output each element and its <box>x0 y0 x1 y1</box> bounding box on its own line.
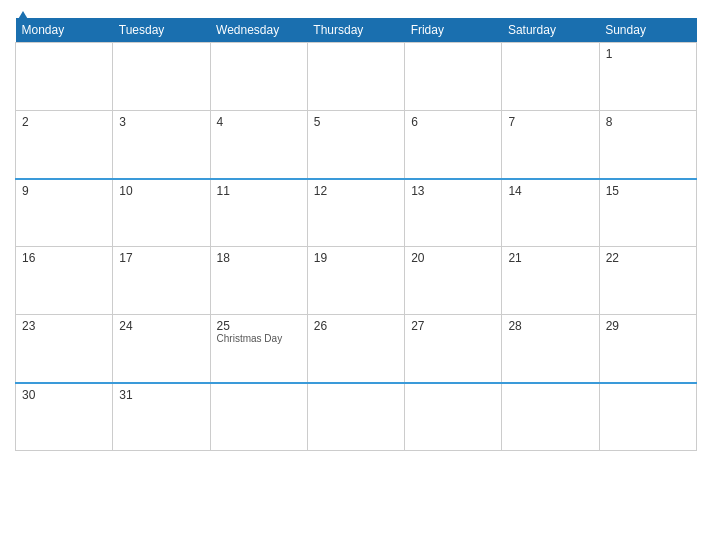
cal-cell: 12 <box>307 179 404 247</box>
date-number: 23 <box>22 319 35 333</box>
date-number: 3 <box>119 115 126 129</box>
cal-cell <box>405 383 502 451</box>
week-row-6: 3031 <box>16 383 697 451</box>
day-header-monday: Monday <box>16 18 113 43</box>
date-number: 9 <box>22 184 29 198</box>
date-number: 14 <box>508 184 521 198</box>
calendar-container: MondayTuesdayWednesdayThursdayFridaySatu… <box>0 0 712 550</box>
logo <box>15 10 29 20</box>
date-number: 28 <box>508 319 521 333</box>
date-number: 11 <box>217 184 230 198</box>
date-number: 4 <box>217 115 224 129</box>
cal-cell <box>307 383 404 451</box>
date-number: 21 <box>508 251 521 265</box>
cal-cell: 15 <box>599 179 696 247</box>
cal-cell: 6 <box>405 111 502 179</box>
date-number: 10 <box>119 184 132 198</box>
week-row-3: 9101112131415 <box>16 179 697 247</box>
cal-cell: 23 <box>16 315 113 383</box>
day-header-friday: Friday <box>405 18 502 43</box>
date-number: 5 <box>314 115 321 129</box>
cal-cell: 5 <box>307 111 404 179</box>
cal-cell: 19 <box>307 247 404 315</box>
date-number: 12 <box>314 184 327 198</box>
week-row-1: 1 <box>16 43 697 111</box>
date-number: 20 <box>411 251 424 265</box>
cal-cell: 22 <box>599 247 696 315</box>
calendar-table: MondayTuesdayWednesdayThursdayFridaySatu… <box>15 18 697 451</box>
cal-cell: 29 <box>599 315 696 383</box>
date-number: 26 <box>314 319 327 333</box>
cal-cell: 13 <box>405 179 502 247</box>
cal-cell: 26 <box>307 315 404 383</box>
cal-cell: 9 <box>16 179 113 247</box>
cal-cell <box>502 383 599 451</box>
cal-cell: 27 <box>405 315 502 383</box>
cal-cell: 8 <box>599 111 696 179</box>
date-number: 15 <box>606 184 619 198</box>
date-number: 1 <box>606 47 613 61</box>
cal-cell <box>210 383 307 451</box>
cal-cell <box>405 43 502 111</box>
cal-cell: 14 <box>502 179 599 247</box>
week-row-2: 2345678 <box>16 111 697 179</box>
cal-cell: 17 <box>113 247 210 315</box>
week-row-4: 16171819202122 <box>16 247 697 315</box>
date-number: 2 <box>22 115 29 129</box>
day-header-thursday: Thursday <box>307 18 404 43</box>
cal-cell <box>16 43 113 111</box>
date-number: 29 <box>606 319 619 333</box>
cal-cell: 2 <box>16 111 113 179</box>
cal-cell: 10 <box>113 179 210 247</box>
cal-cell: 18 <box>210 247 307 315</box>
cal-cell: 28 <box>502 315 599 383</box>
logo-triangle-icon <box>17 11 29 21</box>
date-number: 6 <box>411 115 418 129</box>
date-number: 13 <box>411 184 424 198</box>
cal-cell <box>599 383 696 451</box>
cal-cell: 7 <box>502 111 599 179</box>
week-row-5: 232425Christmas Day26272829 <box>16 315 697 383</box>
day-header-sunday: Sunday <box>599 18 696 43</box>
cal-cell: 24 <box>113 315 210 383</box>
day-header-wednesday: Wednesday <box>210 18 307 43</box>
days-header-row: MondayTuesdayWednesdayThursdayFridaySatu… <box>16 18 697 43</box>
date-number: 25 <box>217 319 230 333</box>
date-number: 17 <box>119 251 132 265</box>
cal-cell: 1 <box>599 43 696 111</box>
date-number: 18 <box>217 251 230 265</box>
day-header-saturday: Saturday <box>502 18 599 43</box>
date-number: 8 <box>606 115 613 129</box>
cal-cell <box>307 43 404 111</box>
cal-cell: 30 <box>16 383 113 451</box>
cal-cell: 16 <box>16 247 113 315</box>
cal-cell: 11 <box>210 179 307 247</box>
date-number: 27 <box>411 319 424 333</box>
cal-cell <box>113 43 210 111</box>
cal-cell <box>210 43 307 111</box>
cal-cell: 4 <box>210 111 307 179</box>
cal-cell <box>502 43 599 111</box>
date-number: 24 <box>119 319 132 333</box>
date-number: 7 <box>508 115 515 129</box>
day-header-tuesday: Tuesday <box>113 18 210 43</box>
date-number: 16 <box>22 251 35 265</box>
date-number: 30 <box>22 388 35 402</box>
cal-cell: 3 <box>113 111 210 179</box>
date-number: 22 <box>606 251 619 265</box>
cal-cell: 25Christmas Day <box>210 315 307 383</box>
cal-cell: 21 <box>502 247 599 315</box>
date-number: 31 <box>119 388 132 402</box>
cal-cell: 20 <box>405 247 502 315</box>
cal-cell: 31 <box>113 383 210 451</box>
date-number: 19 <box>314 251 327 265</box>
event-label: Christmas Day <box>217 333 301 344</box>
